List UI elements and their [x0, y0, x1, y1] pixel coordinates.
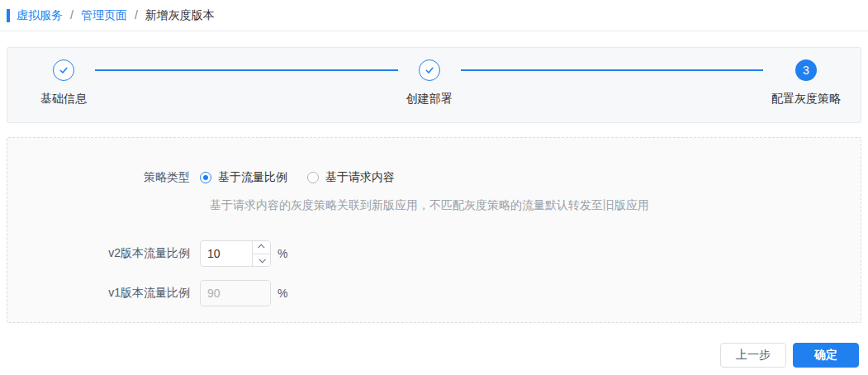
chevron-down-icon [259, 256, 265, 263]
v1-ratio-input [201, 281, 270, 306]
accent-bar [7, 9, 10, 22]
v2-ratio-label: v2版本流量比例 [7, 246, 200, 261]
step-basic-info: 基础信息 [40, 59, 87, 107]
increment-button[interactable] [253, 241, 270, 254]
footer-actions: 上一步 确定 [0, 343, 868, 368]
check-icon [58, 64, 69, 76]
step-label-configure-policy: 配置灰度策略 [771, 92, 841, 107]
v2-ratio-row: v2版本流量比例 % [7, 240, 861, 267]
breadcrumb-separator: / [70, 8, 74, 21]
gray-policy-form: 策略类型 基于流量比例 基于请求内容 基于请求内容的灰度策略关联到新版应用，不匹… [7, 137, 861, 323]
step-active-circle: 3 [795, 59, 817, 81]
step-configure-policy: 3 配置灰度策略 [771, 59, 841, 107]
step-finished-circle [53, 59, 74, 81]
decrement-button[interactable] [253, 254, 270, 267]
breadcrumb-separator: / [135, 8, 138, 21]
v1-ratio-label: v1版本流量比例 [7, 286, 200, 301]
policy-type-label: 策略类型 [7, 170, 200, 185]
number-spinner [252, 241, 270, 266]
radio-icon [307, 172, 319, 183]
v2-ratio-unit: % [277, 247, 287, 260]
steps: 基础信息 创建部署 3 配置灰度策略 [7, 48, 861, 107]
v1-ratio-row: v1版本流量比例 % [7, 280, 861, 306]
step-number: 3 [803, 64, 809, 77]
radio-icon [200, 172, 211, 183]
radio-request-content-label: 基于请求内容 [325, 170, 395, 185]
v1-ratio-unit: % [277, 287, 287, 300]
radio-traffic-ratio[interactable]: 基于流量比例 [200, 170, 287, 185]
breadcrumb-link-virtual-service[interactable]: 虚拟服务 [17, 8, 63, 23]
chevron-up-icon [258, 244, 264, 251]
breadcrumb-current: 新增灰度版本 [145, 8, 215, 23]
policy-help-text: 基于请求内容的灰度策略关联到新版应用，不匹配灰度策略的流量默认转发至旧版应用 [210, 198, 649, 213]
breadcrumb-link-manage-page[interactable]: 管理页面 [81, 8, 127, 23]
step-label-basic-info: 基础信息 [40, 92, 87, 107]
v1-ratio-input-box [200, 280, 271, 306]
policy-type-row: 策略类型 基于流量比例 基于请求内容 [7, 169, 861, 186]
step-label-create-deploy: 创建部署 [406, 92, 453, 107]
confirm-button[interactable]: 确定 [793, 343, 859, 368]
stepper-panel: 基础信息 创建部署 3 配置灰度策略 [7, 47, 861, 123]
step-finished-circle [419, 59, 440, 81]
v2-ratio-input-box [200, 240, 271, 267]
step-connector [461, 69, 764, 71]
radio-traffic-ratio-label: 基于流量比例 [218, 170, 287, 185]
v2-ratio-input[interactable] [201, 241, 252, 266]
check-icon [424, 64, 435, 76]
previous-step-button[interactable]: 上一步 [720, 343, 786, 368]
policy-help-row: 基于请求内容的灰度策略关联到新版应用，不匹配灰度策略的流量默认转发至旧版应用 [7, 197, 861, 214]
policy-type-radio-group: 基于流量比例 基于请求内容 [200, 170, 415, 185]
step-connector [95, 69, 398, 71]
breadcrumb: 虚拟服务 / 管理页面 / 新增灰度版本 [0, 0, 868, 31]
step-create-deploy: 创建部署 [406, 59, 453, 107]
radio-request-content[interactable]: 基于请求内容 [307, 170, 395, 185]
